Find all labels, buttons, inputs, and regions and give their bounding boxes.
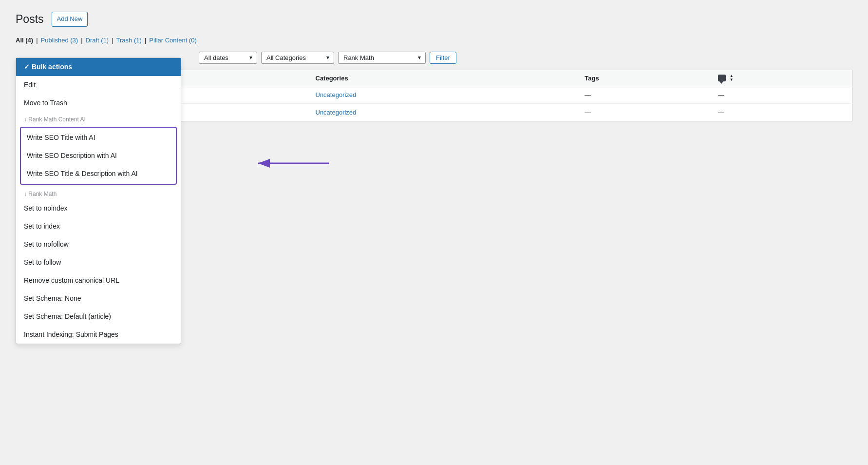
bulk-action-set-schema-default[interactable]: Set Schema: Default (article) — [16, 308, 181, 326]
row2-categories: Uncategorized — [310, 104, 579, 121]
page-title: Posts — [16, 13, 44, 26]
row1-categories: Uncategorized — [310, 86, 579, 104]
section-header-content-ai: Rank Math Content AI — [16, 112, 181, 125]
filter-draft[interactable]: Draft (1) — [86, 37, 109, 44]
bulk-actions-selected[interactable]: Bulk actions — [16, 58, 181, 76]
bulk-actions-dropdown: Bulk actions Edit Move to Trash Rank Mat… — [16, 58, 181, 344]
bulk-action-write-seo-title[interactable]: Write SEO Title with AI — [21, 129, 176, 147]
filter-published[interactable]: Published (3) — [41, 37, 78, 44]
col-header-comments: ▲ ▼ — [712, 70, 852, 86]
col-header-tags: Tags — [579, 70, 712, 86]
filter-pillar-content[interactable]: Pillar Content (0) — [149, 37, 197, 44]
filter-trash[interactable]: Trash (1) — [116, 37, 142, 44]
row1-comments: — — [712, 86, 852, 104]
bulk-action-remove-canonical[interactable]: Remove custom canonical URL — [16, 271, 181, 290]
bulk-action-set-noindex[interactable]: Set to noindex — [16, 199, 181, 217]
bulk-action-instant-indexing[interactable]: Instant Indexing: Submit Pages — [16, 326, 181, 344]
arrow-annotation — [253, 156, 331, 172]
filter-all[interactable]: All (4) — [16, 37, 33, 44]
section-header-rank-math: Rank Math — [16, 187, 181, 199]
row1-category-link[interactable]: Uncategorized — [316, 91, 357, 98]
page-header: Posts Add New — [16, 12, 852, 27]
bulk-action-set-follow[interactable]: Set to follow — [16, 253, 181, 271]
rank-math-select[interactable]: Rank Math — [338, 52, 426, 64]
table-nav: Bulk actions Edit Move to Trash Rank Mat… — [16, 52, 852, 64]
comments-icon — [718, 75, 726, 81]
bulk-action-write-seo-title-description[interactable]: Write SEO Title & Description with AI — [21, 165, 176, 183]
bulk-action-set-index[interactable]: Set to index — [16, 217, 181, 235]
col-header-categories: Categories — [310, 70, 579, 86]
all-dates-select-wrap: All dates ▾ — [199, 52, 257, 64]
bulk-action-edit[interactable]: Edit — [16, 76, 181, 94]
status-filter-nav: All (4) | Published (3) | Draft (1) | Tr… — [16, 37, 852, 44]
ai-group-box: Write SEO Title with AI Write SEO Descri… — [20, 127, 177, 185]
add-new-button[interactable]: Add New — [52, 12, 88, 27]
all-categories-select[interactable]: All Categories — [261, 52, 334, 64]
filter-button[interactable]: Filter — [430, 52, 456, 64]
bulk-action-move-trash[interactable]: Move to Trash — [16, 94, 181, 112]
row2-tags: — — [579, 104, 712, 121]
bulk-action-set-nofollow[interactable]: Set to nofollow — [16, 235, 181, 253]
all-dates-select[interactable]: All dates — [199, 52, 257, 64]
bulk-action-write-seo-description[interactable]: Write SEO Description with AI — [21, 147, 176, 165]
row2-comments: — — [712, 104, 852, 121]
row1-tags: — — [579, 86, 712, 104]
row2-category-link[interactable]: Uncategorized — [316, 109, 357, 116]
bulk-action-set-schema-none[interactable]: Set Schema: None — [16, 290, 181, 308]
all-categories-select-wrap: All Categories ▾ — [261, 52, 334, 64]
rank-math-select-wrap: Rank Math ▾ — [338, 52, 426, 64]
sort-arrows-icon: ▲ ▼ — [730, 74, 734, 82]
